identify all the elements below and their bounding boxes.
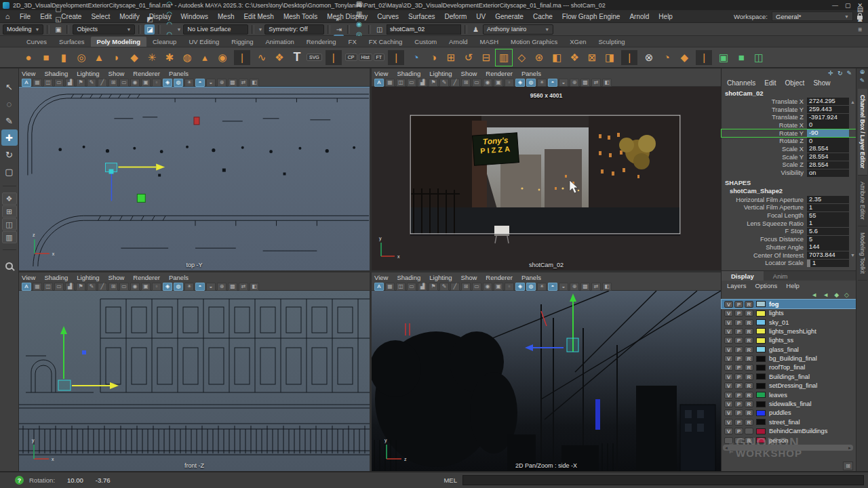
panel-menu-item[interactable]: View: [22, 70, 35, 77]
manipulator-y-arrow[interactable]: [570, 293, 576, 302]
create-layer-from-selected-icon[interactable]: ◇: [844, 291, 849, 298]
layer-color-swatch[interactable]: [756, 419, 766, 425]
layer-row[interactable]: V P R sidewalks_final: [722, 399, 856, 408]
layer-name[interactable]: sidewalks_final: [769, 401, 812, 407]
panel-toolbar-icon[interactable]: ⇄: [591, 79, 601, 87]
channel-value[interactable]: 0: [807, 138, 849, 145]
layer-display-type-toggle[interactable]: R: [745, 401, 753, 407]
select-hierarchy-icon[interactable]: ◩: [144, 14, 155, 24]
panel-toolbar-icon[interactable]: ⇄: [239, 79, 248, 87]
layer-playback-toggle[interactable]: [734, 437, 743, 444]
shelf-icon[interactable]: ❖: [566, 49, 583, 66]
panel-toolbar-icon[interactable]: A: [22, 79, 31, 87]
layer-name[interactable]: lights_ss: [769, 337, 793, 344]
layer-color-swatch[interactable]: [756, 301, 766, 307]
channel-value[interactable]: 28.554: [807, 145, 849, 152]
layer-move-up-icon[interactable]: ◄: [811, 291, 817, 298]
layer-playback-toggle[interactable]: P: [734, 419, 743, 426]
layer-editor-menu-item[interactable]: Options: [755, 282, 778, 289]
shelf-icon[interactable]: ◎: [73, 49, 90, 66]
layer-name[interactable]: Buildings_final: [769, 373, 810, 380]
menu-item[interactable]: Curves: [372, 10, 403, 22]
viewport-side[interactable]: ViewShadingLightingShowRendererPanels A▦…: [372, 272, 721, 471]
panel-toolbar-icon[interactable]: ▫: [505, 79, 514, 87]
shelf-tab[interactable]: Curves: [20, 37, 53, 47]
channel-value[interactable]: 1: [807, 260, 849, 267]
layer-visibility-toggle[interactable]: V: [724, 310, 733, 317]
snap-point-icon[interactable]: ◠: [164, 19, 174, 29]
horizontal-scrollbar[interactable]: ◄ ►: [723, 445, 853, 451]
layer-display-type-toggle[interactable]: R: [745, 355, 753, 362]
layer-row[interactable]: V P R puddles: [722, 409, 856, 418]
panel-toolbar-icon[interactable]: ╱: [98, 283, 107, 291]
panel-menu-item[interactable]: Lighting: [429, 274, 452, 281]
shelf-icon[interactable]: ●: [20, 49, 37, 66]
layer-color-swatch[interactable]: [756, 356, 766, 362]
viewport-front-canvas[interactable]: x y front -Z: [19, 291, 370, 471]
menu-item[interactable]: Windows: [176, 10, 213, 22]
panel-toolbar-icon[interactable]: ◍: [526, 79, 536, 87]
input-connections-icon[interactable]: ⇤: [334, 14, 344, 24]
new-scene-icon[interactable]: ▢: [53, 4, 63, 14]
channel-value[interactable]: 1: [807, 204, 849, 211]
layer-row[interactable]: V P R street_final: [722, 418, 856, 426]
panel-toolbar-icon[interactable]: A: [374, 79, 384, 87]
panel-menu-item[interactable]: Renderer: [133, 70, 160, 77]
shelf-icon[interactable]: ◍: [179, 49, 195, 66]
manipulator-x-arrow[interactable]: [156, 164, 165, 171]
layer-color-swatch[interactable]: [756, 428, 766, 434]
layout-four-pane[interactable]: ⊞: [2, 205, 17, 218]
panel-toolbar-icon[interactable]: ⊕: [570, 283, 579, 291]
panel-toolbar-icon[interactable]: ☀: [537, 283, 547, 291]
panel-toolbar-icon[interactable]: ◫: [396, 283, 406, 291]
layer-visibility-toggle[interactable]: V: [724, 328, 733, 335]
menu-item[interactable]: Select: [86, 10, 115, 22]
panel-toolbar-icon[interactable]: ◍: [526, 283, 536, 291]
channel-label[interactable]: Lens Squeeze Ratio: [722, 220, 807, 227]
panel-menu-item[interactable]: Panels: [521, 274, 541, 281]
layer-color-swatch[interactable]: [756, 392, 766, 398]
panel-toolbar-icon[interactable]: ◒: [559, 79, 568, 87]
panel-toolbar-icon[interactable]: ▭: [472, 79, 481, 87]
panel-toolbar-icon[interactable]: ▫: [505, 283, 514, 291]
shelf-icon[interactable]: |: [696, 50, 712, 65]
panel-toolbar-icon[interactable]: ⊕: [217, 79, 226, 87]
layer-visibility-toggle[interactable]: V: [724, 392, 733, 399]
panel-toolbar-icon[interactable]: ◫: [396, 79, 406, 87]
rotate-tool[interactable]: ↻: [1, 146, 18, 163]
panel-toolbar-icon[interactable]: ▭: [407, 79, 416, 87]
panel-toolbar-icon[interactable]: ◈: [163, 283, 172, 291]
shelf-icon[interactable]: ❖: [271, 49, 288, 66]
layer-name[interactable]: street_final: [769, 419, 800, 426]
layer-display-type-toggle[interactable]: R: [745, 319, 753, 326]
layer-display-type-toggle[interactable]: R: [745, 409, 753, 416]
layer-color-swatch[interactable]: [756, 319, 766, 325]
layer-name[interactable]: BehindCamBuildings: [769, 428, 827, 434]
layer-display-type-toggle[interactable]: R: [745, 382, 753, 389]
shelf-icon[interactable]: ■: [38, 49, 54, 66]
layer-visibility-toggle[interactable]: [724, 437, 733, 444]
channel-label[interactable]: Translate X: [722, 98, 807, 105]
layer-visibility-toggle[interactable]: V: [724, 419, 733, 426]
layer-playback-toggle[interactable]: P: [734, 392, 743, 399]
panel-menu-item[interactable]: Renderer: [486, 274, 513, 281]
menu-item[interactable]: Edit Mesh: [239, 10, 278, 22]
layer-name[interactable]: glass_final: [769, 346, 799, 353]
panel-toolbar-icon[interactable]: ◓: [195, 79, 205, 87]
panel-menu-item[interactable]: View: [22, 274, 35, 281]
panel-toolbar-icon[interactable]: A: [22, 283, 31, 291]
layer-playback-toggle[interactable]: P: [734, 401, 743, 407]
panel-toolbar-icon[interactable]: ▭: [119, 283, 129, 291]
layer-visibility-toggle[interactable]: V: [724, 319, 733, 326]
layer-color-swatch[interactable]: [756, 373, 766, 380]
user-account-dropdown[interactable]: Anthony Ianiro▼: [483, 24, 553, 35]
shelf-icon[interactable]: ◑: [425, 49, 441, 66]
panel-menu-item[interactable]: Renderer: [486, 70, 513, 77]
channel-box-menu-item[interactable]: Channels: [727, 79, 755, 87]
shelf-icon[interactable]: FT: [374, 54, 385, 61]
shelf-icon[interactable]: T: [289, 49, 305, 66]
shelf-tab[interactable]: Custom: [408, 37, 443, 47]
layer-row[interactable]: R person: [722, 436, 856, 445]
menu-item[interactable]: Deform: [440, 10, 472, 22]
panel-toolbar-icon[interactable]: ╱: [98, 79, 107, 87]
